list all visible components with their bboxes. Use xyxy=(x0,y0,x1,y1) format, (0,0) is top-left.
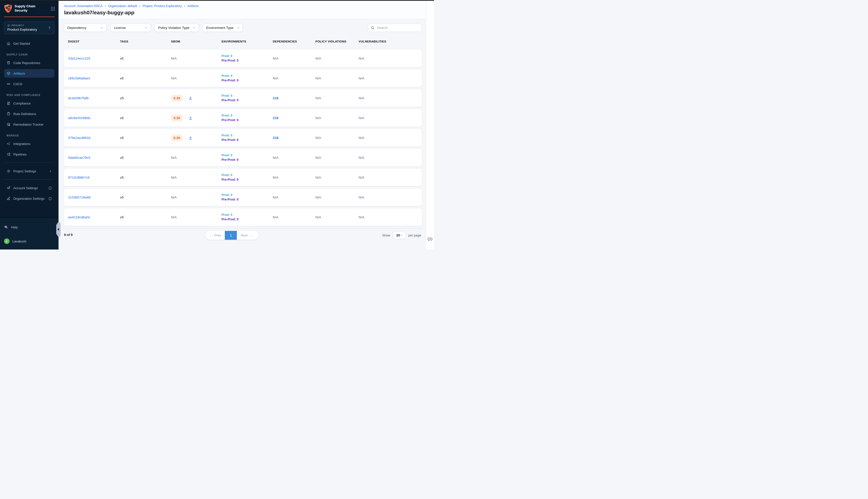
search-input[interactable] xyxy=(376,26,422,30)
user-menu[interactable]: L Lavakush xyxy=(4,237,54,245)
per-page-label: per page xyxy=(408,233,421,237)
filter-environment-type[interactable]: Environment Type xyxy=(203,24,243,32)
project-selector[interactable]: PROJECT Product Exploratory xyxy=(4,21,54,34)
sidebar-item-project-settings[interactable]: Project Settings xyxy=(4,167,54,175)
vulnerabilities-value: N/A xyxy=(359,96,422,100)
sidebar-item-label: Code Repositories xyxy=(13,61,40,65)
policy-violations-value: N/A xyxy=(315,136,359,140)
sidebar-item-label: Rule Definitions xyxy=(13,112,36,116)
page-title: lavakush07/easy-buggy-app xyxy=(64,10,426,15)
sbom-value: N/A xyxy=(171,215,177,219)
module-grid-icon[interactable] xyxy=(51,7,55,11)
filter-dependency[interactable]: Dependency xyxy=(64,24,107,32)
digest-link[interactable]: dcdd29b7fafb xyxy=(68,96,89,100)
project-cube-icon xyxy=(7,24,10,27)
prod-env-count: Prod: 0 xyxy=(222,212,273,217)
current-page-button[interactable]: 1 xyxy=(225,231,237,240)
sidebar-item-remediation-tracker[interactable]: Remediation Tracker xyxy=(4,120,54,129)
org-chart-icon xyxy=(7,196,11,200)
digest-link[interactable]: 5dab9caa79c5 xyxy=(68,156,90,160)
vulnerabilities-value: N/A xyxy=(359,116,422,120)
dependencies-value: N/A xyxy=(273,175,278,179)
column-header-dependencies: DEPENDENCIES xyxy=(273,40,315,43)
sidebar-item-account-settings[interactable]: Account Settings xyxy=(4,184,54,192)
download-sbom-icon[interactable] xyxy=(188,116,193,120)
tags-value: v5 xyxy=(120,215,171,219)
nav-divider xyxy=(4,179,54,180)
sidebar-item-pipelines[interactable]: Pipelines xyxy=(4,150,54,159)
preprod-env-count: Pre-Prod: 0 xyxy=(222,138,273,142)
filter-label: Environment Type xyxy=(206,26,237,30)
breadcrumb-link-account-automation-ssca[interactable]: Account: Automation-SSCA xyxy=(64,4,102,8)
sidebar-collapse-handle[interactable] xyxy=(56,222,61,237)
preprod-env-count: Pre-Prod: 0 xyxy=(222,158,273,162)
digest-link[interactable]: 479e2acd981b xyxy=(68,136,90,140)
table-row: 5dab9caa79c5v5N/AProd: 0Pre-Prod: 0N/AN/… xyxy=(64,149,422,166)
preprod-env-count: Pre-Prod: 0 xyxy=(222,197,273,202)
breadcrumb-link-organization-default[interactable]: Organization: default xyxy=(108,4,137,8)
digest-link[interactable]: a9c6e00c66bb xyxy=(68,116,90,120)
sidebar-item-code-repositories[interactable]: Code Repositories xyxy=(4,59,54,67)
breadcrumb-link-project-product-exploratory[interactable]: Project: Product Exploratory xyxy=(142,4,182,8)
sidebar: Supply Chain Security PROJECT Product Ex… xyxy=(0,1,59,250)
next-page-button[interactable]: Next → xyxy=(237,231,256,240)
preprod-env-count: Pre-Prod: 0 xyxy=(222,78,273,83)
app-root: { "sidebar": { "brand": { "title_line1":… xyxy=(0,0,434,250)
vulnerabilities-value: N/A xyxy=(359,76,422,80)
download-sbom-icon[interactable] xyxy=(188,136,193,140)
column-header-environments: ENVIRONMENTS xyxy=(222,40,273,43)
page-size-select[interactable]: 20 xyxy=(393,231,406,239)
help-button[interactable]: ? Help xyxy=(4,223,54,231)
pipelines-icon xyxy=(7,152,11,156)
preprod-env-count: Pre-Prod: 0 xyxy=(222,217,273,222)
dependencies-link[interactable]: 218 xyxy=(273,136,278,140)
nav-section-supply-chain: SUPPLY CHAIN xyxy=(7,53,54,56)
column-header-tags: TAGS xyxy=(120,40,171,43)
sbom-value: N/A xyxy=(171,57,177,60)
filter-license[interactable]: License xyxy=(111,24,151,32)
digest-link[interactable]: 9710cf6667c9 xyxy=(68,175,89,179)
prod-env-count: Prod: 0 xyxy=(222,173,273,178)
sidebar-item-label: Compliance xyxy=(13,101,30,105)
feedback-chat-icon[interactable] xyxy=(427,237,433,242)
chevron-down-icon xyxy=(193,26,196,29)
pager: ← Prev 1 Next → xyxy=(206,231,258,240)
prev-page-button[interactable]: ← Prev xyxy=(206,231,225,240)
dependencies-link[interactable]: 218 xyxy=(273,96,278,100)
info-icon[interactable] xyxy=(48,186,52,190)
sidebar-item-ci-cd[interactable]: CI/CD xyxy=(4,80,54,88)
chevron-right-icon xyxy=(49,170,52,173)
breadcrumb-link-artifacts[interactable]: Artifacts xyxy=(187,4,199,8)
sidebar-item-get-started[interactable]: Get Started xyxy=(4,39,54,48)
digest-link[interactable]: c69c5b6a8ae2 xyxy=(68,76,90,80)
digest-link[interactable]: 33d114e1c225 xyxy=(68,57,90,60)
filter-policy-violation-type[interactable]: Policy Violation Type xyxy=(155,24,199,32)
prod-env-count: Prod: 0 xyxy=(222,113,273,118)
arrow-left-icon: ← xyxy=(209,233,213,237)
dependencies-link[interactable]: 218 xyxy=(273,116,278,120)
table-row: 9710cf6667c9v5N/AProd: 0Pre-Prod: 0N/AN/… xyxy=(64,169,422,186)
sidebar-item-organization-settings[interactable]: Organization Settings xyxy=(4,194,54,203)
column-header-vulnerabilities: VULNERABILITIES xyxy=(359,40,422,43)
sidebar-item-integrations[interactable]: Integrations xyxy=(4,139,54,148)
sidebar-item-rule-definitions[interactable]: Rule Definitions xyxy=(4,110,54,118)
policy-violations-value: N/A xyxy=(315,57,359,60)
digest-link[interactable]: 2c5365718e88 xyxy=(68,195,90,199)
dependencies-value: N/A xyxy=(273,156,278,160)
vulnerabilities-value: N/A xyxy=(359,175,422,179)
table-row: ee4218cdba0cv5N/AProd: 0Pre-Prod: 0N/AN/… xyxy=(64,208,422,226)
policy-violations-value: N/A xyxy=(315,175,359,179)
brand-row: Supply Chain Security xyxy=(0,1,59,15)
sidebar-item-label: Get Started xyxy=(13,42,30,46)
download-sbom-icon[interactable] xyxy=(188,96,193,100)
digest-link[interactable]: ee4218cdba0c xyxy=(68,215,90,219)
compliance-doc-icon xyxy=(7,101,11,105)
sidebar-item-label: Account Settings xyxy=(13,186,38,190)
policy-violations-value: N/A xyxy=(315,156,359,160)
tags-value: v5 xyxy=(120,96,171,100)
sidebar-item-compliance[interactable]: Compliance xyxy=(4,99,54,108)
info-icon[interactable] xyxy=(48,197,52,200)
nav-divider xyxy=(4,162,54,163)
policy-violations-value: N/A xyxy=(315,96,359,100)
sidebar-item-artifacts[interactable]: Artifacts xyxy=(4,69,54,78)
